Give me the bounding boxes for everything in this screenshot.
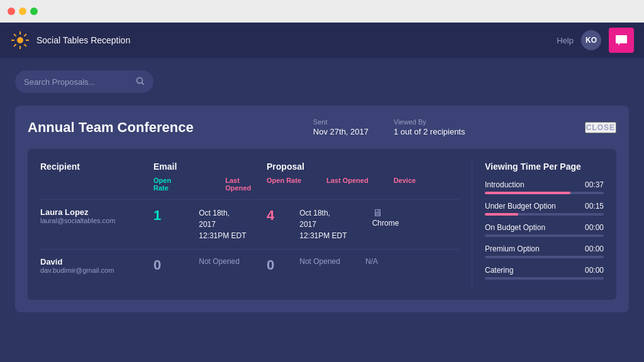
app-title: Social Tables Reception <box>36 35 130 45</box>
vp-label: On Budget Option <box>485 223 545 232</box>
email-last-opened-val: Oct 18th, 2017 12:31PM EDT <box>199 207 246 241</box>
proposal-open-rate-val: 4 <box>267 207 274 224</box>
email-open-rate-header: Open Rate <box>153 177 187 192</box>
vp-time: 00:00 <box>585 266 604 275</box>
sent-label: Sent <box>313 118 369 126</box>
viewed-by-meta: Viewed By 1 out of 2 recipients <box>394 118 465 136</box>
sent-meta: Sent Nov 27th, 2017 <box>313 118 369 136</box>
card-meta: Sent Nov 27th, 2017 Viewed By 1 out of 2… <box>313 118 465 136</box>
search-bar[interactable] <box>15 70 153 93</box>
recipient-name: Laura Lopez <box>40 207 153 217</box>
viewing-time-panel: Viewing Time Per Page Introduction 00:37 <box>472 162 604 287</box>
proposal-sub-headers: Open Rate Last Opened Device <box>267 177 459 192</box>
progress-bar-bg <box>485 213 604 216</box>
recipient-header: Recipient <box>40 162 153 172</box>
vp-row-on-budget: On Budget Option 00:00 <box>485 223 604 237</box>
viewed-by-value: 1 out of 2 recipients <box>394 127 465 136</box>
email-data: 0 Not Opened <box>153 257 267 274</box>
app-logo-icon <box>10 30 30 50</box>
vp-row-introduction: Introduction 00:37 <box>485 180 604 194</box>
card-title: Annual Team Conference <box>28 119 194 136</box>
svg-line-5 <box>14 34 16 36</box>
proposal-open-rate-val: 0 <box>267 257 274 273</box>
vp-row-under-budget: Under Budget Option 00:15 <box>485 202 604 216</box>
vp-row-catering: Catering 00:00 <box>485 266 604 280</box>
sent-value: Nov 27th, 2017 <box>313 127 369 136</box>
email-open-rate-val: 1 <box>153 207 161 224</box>
card-header: Annual Team Conference Sent Nov 27th, 20… <box>28 118 616 136</box>
email-last-opened-header: Last Opened <box>225 177 267 192</box>
progress-bar-bg <box>485 192 604 194</box>
proposal-open-rate-header: Open Rate <box>267 177 301 192</box>
progress-bar-bg <box>485 256 604 258</box>
proposal-last-opened-val: Oct 18th, 2017 12:31PM EDT <box>299 207 347 241</box>
svg-line-7 <box>24 34 26 36</box>
device-icon: 🖥 <box>372 207 399 219</box>
svg-point-9 <box>137 77 143 83</box>
viewed-by-label: Viewed By <box>394 118 465 126</box>
traffic-light-yellow[interactable] <box>19 8 26 15</box>
nav-right: Help KO <box>557 28 634 53</box>
vp-label: Premium Option <box>485 244 540 253</box>
sub-headers: Open Rate Last Opened Open Rate Last Ope… <box>40 177 459 192</box>
table-section: Recipient Email Proposal Open Rate Last … <box>40 162 459 287</box>
proposal-card: Annual Team Conference Sent Nov 27th, 20… <box>15 106 629 312</box>
search-input[interactable] <box>24 77 132 87</box>
proposal-header: Proposal <box>267 162 459 172</box>
recipient-info: Laura Lopez laural@socialtables.com <box>40 207 153 241</box>
close-button[interactable]: CLOSE <box>585 122 616 133</box>
svg-line-6 <box>24 44 26 47</box>
email-open-rate-val: 0 <box>153 257 161 273</box>
top-nav: Social Tables Reception Help KO <box>0 23 644 58</box>
vp-time: 00:37 <box>585 180 604 189</box>
svg-line-10 <box>142 82 145 85</box>
viewing-time-title: Viewing Time Per Page <box>485 162 604 172</box>
device-header: Device <box>394 177 416 192</box>
nav-left: Social Tables Reception <box>10 30 130 50</box>
main-content: Annual Team Conference Sent Nov 27th, 20… <box>0 58 644 362</box>
card-body: Recipient Email Proposal Open Rate Last … <box>28 149 616 300</box>
device-info: 🖥 Chrome <box>372 207 399 228</box>
progress-bar-bg <box>485 277 604 280</box>
app: Social Tables Reception Help KO <box>0 23 644 362</box>
progress-bar-fill <box>485 192 570 194</box>
email-data: 1 Oct 18th, 2017 12:31PM EDT <box>153 207 267 241</box>
vp-label: Under Budget Option <box>485 202 556 211</box>
traffic-lights <box>8 8 38 15</box>
svg-point-0 <box>17 37 23 43</box>
browser-chrome <box>0 0 644 23</box>
traffic-light-green[interactable] <box>30 8 38 15</box>
recipient-email: laural@socialtables.com <box>40 217 153 224</box>
recipient-name: David <box>40 257 153 266</box>
search-icon <box>136 77 145 87</box>
email-last-opened-val: Not Opened <box>199 257 240 266</box>
vp-label: Catering <box>485 266 513 275</box>
email-header: Email <box>153 162 267 172</box>
progress-bar-fill <box>485 213 518 216</box>
device-val: Chrome <box>372 219 399 228</box>
help-link[interactable]: Help <box>557 36 574 45</box>
vp-label: Introduction <box>485 180 525 189</box>
vp-time: 00:00 <box>585 223 604 232</box>
recipient-email: dav.budimir@gmail.com <box>40 266 153 274</box>
table-row: Laura Lopez laural@socialtables.com 1 Oc… <box>40 199 459 249</box>
chat-button[interactable] <box>609 28 634 53</box>
proposal-data: 4 Oct 18th, 2017 12:31PM EDT 🖥 Chrome <box>267 207 459 241</box>
traffic-light-red[interactable] <box>8 8 15 15</box>
progress-bar-bg <box>485 234 604 237</box>
proposal-last-opened-header: Last Opened <box>326 177 369 192</box>
avatar[interactable]: KO <box>581 30 601 50</box>
email-sub-headers: Open Rate Last Opened <box>153 177 267 192</box>
svg-line-8 <box>14 44 16 47</box>
device-val: N/A <box>365 257 378 266</box>
table-row: David dav.budimir@gmail.com 0 Not Opened… <box>40 249 459 282</box>
proposal-data: 0 Not Opened N/A <box>267 257 459 274</box>
vp-row-premium: Premium Option 00:00 <box>485 244 604 258</box>
vp-time: 00:15 <box>585 202 604 211</box>
proposal-last-opened-val: Not Opened <box>299 257 340 266</box>
column-headers: Recipient Email Proposal <box>40 162 459 172</box>
vp-time: 00:00 <box>585 244 604 253</box>
recipient-info: David dav.budimir@gmail.com <box>40 257 153 274</box>
